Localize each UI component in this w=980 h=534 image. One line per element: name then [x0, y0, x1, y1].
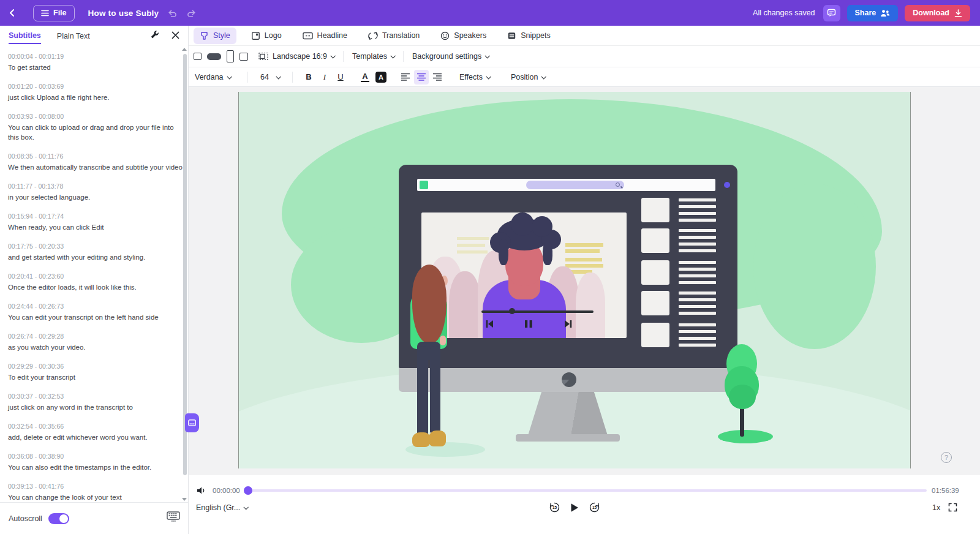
tab-subtitles[interactable]: Subtitles	[9, 28, 41, 44]
background-settings-dropdown[interactable]: Background settings	[412, 52, 489, 61]
subtitle-settings-button[interactable]	[150, 30, 159, 42]
scroll-up-arrow[interactable]	[182, 48, 187, 51]
subtitle-style-vertical-button[interactable]	[227, 50, 234, 62]
tab-translation[interactable]: Translation	[362, 28, 426, 44]
subtitle-text[interactable]: You can also edit the timestamps in the …	[8, 462, 188, 472]
subtitle-timestamp[interactable]: 00:08:35 - 00:11:76	[8, 152, 188, 160]
tab-logo[interactable]: Logo	[245, 28, 288, 44]
help-button[interactable]: ?	[941, 452, 952, 463]
subtitle-entry[interactable]: 00:03:93 - 00:08:00You can click to uplo…	[8, 113, 188, 142]
subtitle-timestamp[interactable]: 00:29:29 - 00:30:36	[8, 363, 188, 370]
subtitle-text[interactable]: add, delete or edit whichever word you w…	[8, 432, 188, 442]
subtitle-timestamp[interactable]: 00:20:41 - 00:23:60	[8, 273, 188, 280]
subtitle-timestamp[interactable]: 00:03:93 - 00:08:00	[8, 113, 188, 120]
subtitle-entry[interactable]: 00:11:77 - 00:13:78in your selected lang…	[8, 182, 188, 202]
subtitle-entry[interactable]: 00:17:75 - 00:20:33and get started with …	[8, 243, 188, 262]
forward-15-button[interactable]: 15	[589, 502, 600, 513]
undo-button[interactable]	[167, 9, 178, 18]
subtitle-text[interactable]: You can change the look of your text	[8, 492, 188, 502]
comments-button[interactable]	[823, 5, 840, 21]
share-button[interactable]: Share	[847, 5, 899, 21]
subtitle-entry[interactable]: 00:15:94 - 00:17:74When ready, you can c…	[8, 212, 188, 232]
keyboard-shortcuts-button[interactable]	[167, 511, 180, 524]
fullscreen-button[interactable]	[948, 503, 957, 512]
align-right-button[interactable]	[430, 70, 445, 85]
position-dropdown[interactable]: Position	[511, 73, 545, 81]
subtitle-text[interactable]: in your selected language.	[8, 192, 188, 202]
subtitle-entry[interactable]: 00:24:44 - 00:26:73You can edit your tra…	[8, 303, 188, 322]
redo-button[interactable]	[186, 9, 197, 18]
close-sidebar-button[interactable]	[172, 31, 179, 42]
subtitle-text[interactable]: To get started	[8, 62, 188, 72]
back-button[interactable]	[0, 0, 24, 26]
font-size-dropdown[interactable]: 64	[257, 73, 284, 81]
seek-thumb[interactable]	[244, 486, 252, 495]
subtitle-text[interactable]: We then automatically transcribe and sub…	[8, 162, 188, 172]
templates-dropdown[interactable]: Templates	[352, 52, 394, 61]
subtitle-style-bar-button[interactable]	[207, 53, 221, 60]
sidebar-scrollbar[interactable]	[183, 47, 187, 502]
file-menu-button[interactable]: File	[33, 5, 75, 21]
subtitle-timestamp[interactable]: 00:39:13 - 00:41:76	[8, 483, 188, 490]
underline-button[interactable]: U	[333, 70, 348, 85]
font-family-dropdown[interactable]: Verdana	[195, 73, 239, 81]
subtitle-text[interactable]: You can click to upload or drag and drop…	[8, 122, 188, 142]
rewind-15-button[interactable]: 15	[549, 502, 560, 513]
language-dropdown[interactable]: English (Gr...	[196, 503, 247, 512]
align-left-button[interactable]	[398, 70, 413, 85]
subtitle-text[interactable]: as you watch your video.	[8, 342, 188, 352]
scroll-down-arrow[interactable]	[182, 498, 187, 501]
scrollbar-thumb[interactable]	[183, 54, 187, 475]
subtitle-timestamp[interactable]: 00:24:44 - 00:26:73	[8, 303, 188, 310]
video-canvas[interactable]	[238, 92, 911, 468]
subtitle-timestamp[interactable]: 00:00:04 - 00:01:19	[8, 53, 188, 60]
bold-button[interactable]: B	[301, 70, 316, 85]
tab-style[interactable]: Style	[194, 28, 236, 44]
volume-button[interactable]	[197, 486, 206, 495]
subtitle-style-box-button[interactable]	[239, 53, 248, 61]
subtitle-text[interactable]: just click on any word in the transcript…	[8, 402, 188, 412]
subtitle-timestamp[interactable]: 00:26:74 - 00:29:28	[8, 333, 188, 340]
aspect-ratio-dropdown[interactable]: Landscape 16:9	[258, 52, 334, 61]
subtitle-entry[interactable]: 00:30:37 - 00:32:53just click on any wor…	[8, 393, 188, 412]
subtitle-entry[interactable]: 00:36:08 - 00:38:90You can also edit the…	[8, 453, 188, 472]
tab-speakers[interactable]: Speakers	[434, 28, 492, 44]
subtitle-timestamp[interactable]: 00:17:75 - 00:20:33	[8, 243, 188, 250]
seek-bar[interactable]	[245, 489, 927, 492]
subtitle-flyout-handle[interactable]	[185, 413, 199, 432]
effects-dropdown[interactable]: Effects	[459, 73, 490, 81]
autoscroll-toggle[interactable]	[48, 513, 69, 524]
subtitle-timestamp[interactable]: 00:15:94 - 00:17:74	[8, 212, 188, 220]
tab-snippets[interactable]: Snippets	[501, 28, 557, 44]
subtitle-entry[interactable]: 00:32:54 - 00:35:66add, delete or edit w…	[8, 423, 188, 442]
subtitle-timestamp[interactable]: 00:32:54 - 00:35:66	[8, 423, 188, 430]
subtitle-text[interactable]: When ready, you can click Edit	[8, 222, 188, 232]
text-color-button[interactable]: A	[358, 70, 372, 85]
subtitle-text[interactable]: You can edit your transcript on the left…	[8, 312, 188, 322]
subtitle-timestamp[interactable]: 00:11:77 - 00:13:78	[8, 182, 188, 190]
subtitle-entry[interactable]: 00:20:41 - 00:23:60Once the editor loads…	[8, 273, 188, 292]
subtitle-timestamp[interactable]: 00:01:20 - 00:03:69	[8, 83, 188, 90]
playback-speed-button[interactable]: 1x	[932, 503, 940, 512]
subtitle-entry[interactable]: 00:39:13 - 00:41:76You can change the lo…	[8, 483, 188, 502]
tab-headline[interactable]: Headline	[296, 28, 353, 44]
align-center-button[interactable]	[414, 70, 429, 85]
tab-plain-text[interactable]: Plain Text	[57, 28, 90, 43]
subtitle-entry[interactable]: 00:01:20 - 00:03:69just click Upload a f…	[8, 83, 188, 102]
highlight-color-button[interactable]: A	[374, 70, 388, 85]
italic-button[interactable]: I	[317, 70, 332, 85]
subtitle-entry[interactable]: 00:00:04 - 00:01:19To get started	[8, 53, 188, 72]
subtitle-text[interactable]: and get started with your editing and st…	[8, 252, 188, 262]
subtitle-timestamp[interactable]: 00:30:37 - 00:32:53	[8, 393, 188, 400]
project-title[interactable]: How to use Subly	[88, 9, 159, 18]
subtitle-text[interactable]: To edit your transcript	[8, 372, 188, 382]
subtitle-entry[interactable]: 00:26:74 - 00:29:28as you watch your vid…	[8, 333, 188, 352]
play-button[interactable]	[570, 503, 579, 513]
subtitle-text[interactable]: Once the editor loads, it will look like…	[8, 282, 188, 292]
subtitle-text[interactable]: just click Upload a file right here.	[8, 92, 188, 102]
subtitle-timestamp[interactable]: 00:36:08 - 00:38:90	[8, 453, 188, 460]
subtitle-style-none-button[interactable]	[194, 53, 202, 60]
subtitle-entry[interactable]: 00:29:29 - 00:30:36To edit your transcri…	[8, 363, 188, 382]
subtitle-entry[interactable]: 00:08:35 - 00:11:76We then automatically…	[8, 152, 188, 172]
download-button[interactable]: Download	[905, 5, 970, 21]
